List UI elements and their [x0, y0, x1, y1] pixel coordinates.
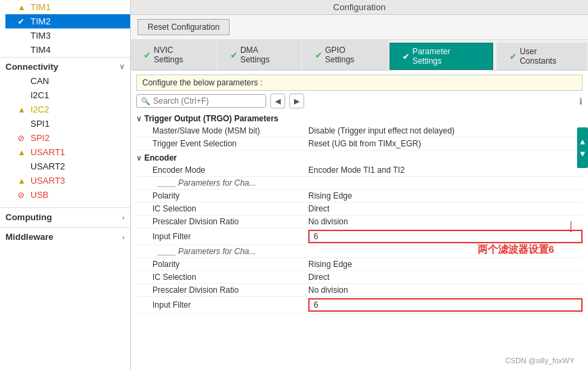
chevron-right-icon: ›	[122, 233, 125, 241]
sidebar-item-usart2[interactable]: USART2	[5, 159, 130, 173]
sidebar-item-spi2[interactable]: ⊘ SPI2	[5, 131, 130, 145]
sidebar-item-usart1[interactable]: ▲ USART1	[5, 145, 130, 159]
param-row-polarity2: Polarity Rising Edge	[136, 258, 583, 271]
tab-parameter[interactable]: ✔ Parameter Settings	[390, 43, 493, 70]
sidebar: ▲ TIM1 ✔ TIM2 TIM3 TIM4 Connectivity ∨ C…	[0, 0, 131, 370]
param-header: Configure the below parameters :	[136, 75, 583, 91]
tab-user-constants[interactable]: ✔ User Constants	[497, 43, 587, 70]
warning-icon: ▲	[18, 3, 27, 12]
reset-row: Reset Configuration	[131, 15, 588, 40]
reset-button[interactable]: Reset Configuration	[138, 19, 230, 35]
tabs-row: ✔ NVIC Settings ✔ DMA Settings ✔ GPIO Se…	[131, 40, 588, 70]
warning-icon: ▲	[18, 176, 27, 186]
error-icon: ⊘	[18, 190, 27, 200]
check-icon: ✔	[315, 50, 322, 60]
scroll-indicator[interactable]: ▲ ▼	[577, 127, 588, 168]
warning-icon: ▲	[18, 105, 27, 115]
check-icon: ✔	[144, 50, 151, 60]
param-row-encoder-mode: Encoder Mode Encoder Mode TI1 and TI2	[136, 164, 583, 177]
section-trigger-output: ∨ Trigger Output (TRGO) Parameters	[136, 111, 583, 125]
sidebar-item-usart3[interactable]: ▲ USART3	[5, 173, 130, 188]
sidebar-item-tim3[interactable]: TIM3	[5, 28, 130, 43]
tab-dma[interactable]: ✔ DMA Settings	[217, 40, 301, 70]
sidebar-item-i2c2[interactable]: ▲ I2C2	[5, 102, 130, 117]
scroll-down-icon: ▼	[579, 150, 587, 158]
warning-icon: ▲	[18, 148, 27, 157]
param-row-polarity1: Polarity Rising Edge	[136, 190, 583, 203]
sidebar-item-tim1[interactable]: ▲ TIM1	[5, 0, 130, 14]
input-filter-2-value[interactable]: 6	[308, 298, 583, 312]
check-icon: ✔	[402, 52, 410, 62]
search-box[interactable]: 🔍	[136, 94, 266, 108]
connectivity-group: CAN I2C1 ▲ I2C2 SPI1 ⊘ SPI2 ▲ USART1 USA…	[0, 74, 130, 202]
param-row-prescaler1: Prescaler Division Ratio No division	[136, 215, 583, 228]
check-icon: ✔	[18, 17, 27, 26]
sidebar-item-spi1[interactable]: SPI1	[5, 117, 130, 131]
param-row-prescaler2: Prescaler Division Ratio No division	[136, 284, 583, 297]
computing-section[interactable]: Computing ›	[0, 207, 130, 224]
main-content: Configuration Reset Configuration ✔ NVIC…	[131, 0, 588, 370]
error-icon: ⊘	[18, 133, 27, 143]
prev-button[interactable]: ◀	[270, 94, 285, 108]
connectivity-section[interactable]: Connectivity ∨	[0, 57, 130, 74]
sidebar-item-tim4[interactable]: TIM4	[5, 43, 130, 57]
param-row-sub1: ____ Parameters for Cha...	[136, 177, 583, 190]
chevron-down-icon: ∨	[136, 115, 142, 123]
param-row-trigger-event: Trigger Event Selection Reset (UG bit fr…	[136, 138, 583, 150]
param-row-ic-sel1: IC Selection Direct	[136, 203, 583, 215]
annotation-text: 两个滤波器设置6	[478, 243, 554, 256]
param-scroll-area[interactable]: ∨ Trigger Output (TRGO) Parameters Maste…	[131, 111, 588, 370]
tab-gpio[interactable]: ✔ GPIO Settings	[302, 40, 389, 70]
tim-group: ▲ TIM1 ✔ TIM2 TIM3 TIM4	[0, 0, 130, 57]
param-row-ic-sel2: IC Selection Direct	[136, 271, 583, 284]
param-row-input-filter2: Input Filter 6	[136, 297, 583, 314]
sidebar-item-usb[interactable]: ⊘ USB	[5, 188, 130, 202]
red-arrow-icon: ↓	[566, 216, 576, 235]
chevron-down-icon: ∨	[119, 62, 125, 71]
param-row-msm: Master/Slave Mode (MSM bit) Disable (Tri…	[136, 125, 583, 138]
sidebar-item-tim2[interactable]: ✔ TIM2	[5, 14, 130, 28]
tab-nvic[interactable]: ✔ NVIC Settings	[131, 40, 217, 70]
middleware-section[interactable]: Middleware ›	[0, 227, 130, 244]
scroll-up-icon: ▲	[579, 138, 587, 146]
sidebar-item-can[interactable]: CAN	[5, 74, 130, 88]
page-title: Configuration	[131, 0, 588, 15]
sidebar-item-i2c1[interactable]: I2C1	[5, 88, 130, 102]
section-encoder: ∨ Encoder	[136, 150, 583, 164]
info-button[interactable]: ℹ	[579, 96, 583, 106]
chevron-down-icon: ∨	[136, 154, 142, 163]
watermark: CSDN @silly_foxWY	[505, 356, 574, 365]
check-icon: ✔	[230, 50, 238, 60]
chevron-right-icon: ›	[122, 213, 125, 222]
next-button[interactable]: ▶	[289, 94, 304, 108]
search-row: 🔍 ◀ ▶ ℹ	[131, 91, 588, 111]
search-input[interactable]	[153, 96, 261, 106]
check-icon: ✔	[509, 52, 517, 62]
search-icon: 🔍	[141, 97, 150, 106]
input-filter-1-value[interactable]: 6	[308, 230, 583, 243]
